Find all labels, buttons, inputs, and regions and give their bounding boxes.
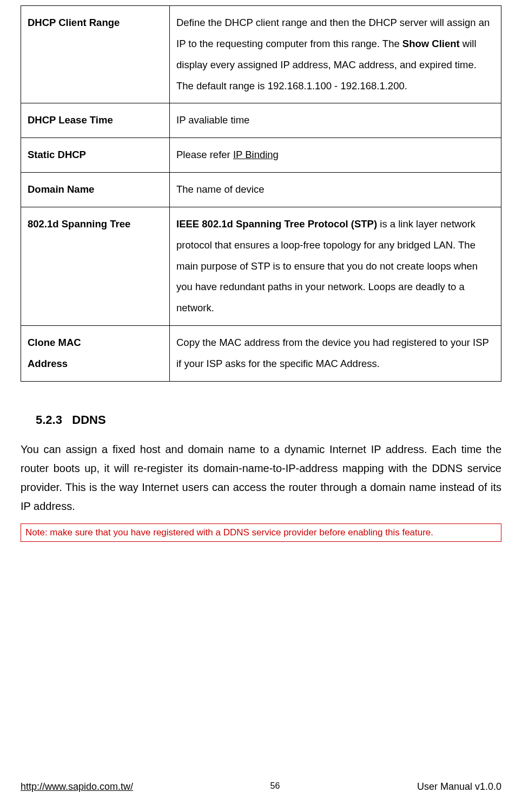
row-label: Domain Name — [21, 173, 170, 207]
row-label: DHCP Lease Time — [21, 103, 170, 138]
row-desc: Copy the MAC address from the device you… — [170, 326, 501, 382]
section-heading: 5.2.3 DDNS — [36, 413, 501, 427]
table-row: DHCP Client Range Define the DHCP client… — [21, 6, 501, 103]
settings-table: DHCP Client Range Define the DHCP client… — [21, 5, 501, 382]
footer-url[interactable]: http://www.sapido.com.tw/ — [21, 781, 133, 793]
footer-version: User Manual v1.0.0 — [417, 781, 501, 793]
row-label: Clone MAC Address — [21, 326, 170, 382]
table-row: DHCP Lease Time IP avaliable time — [21, 103, 501, 138]
footer-page-number: 56 — [133, 781, 417, 793]
page-footer: http://www.sapido.com.tw/ 56 User Manual… — [21, 781, 501, 793]
row-desc: IP avaliable time — [170, 103, 501, 138]
table-row: Static DHCP Please refer IP Binding — [21, 138, 501, 173]
row-label: Static DHCP — [21, 138, 170, 173]
table-row: 802.1d Spanning Tree IEEE 802.1d Spannin… — [21, 207, 501, 325]
note-box: Note: make sure that you have registered… — [21, 523, 501, 542]
row-desc: The name of device — [170, 173, 501, 207]
row-label: 802.1d Spanning Tree — [21, 207, 170, 325]
row-desc: Please refer IP Binding — [170, 138, 501, 173]
section-body: You can assign a fixed host and domain n… — [21, 440, 501, 516]
table-row: Clone MAC Address Copy the MAC address f… — [21, 326, 501, 382]
table-row: Domain Name The name of device — [21, 173, 501, 207]
row-desc: IEEE 802.1d Spanning Tree Protocol (STP)… — [170, 207, 501, 325]
row-desc: Define the DHCP client range and then th… — [170, 6, 501, 103]
ip-binding-link[interactable]: IP Binding — [233, 149, 279, 160]
row-label: DHCP Client Range — [21, 6, 170, 103]
